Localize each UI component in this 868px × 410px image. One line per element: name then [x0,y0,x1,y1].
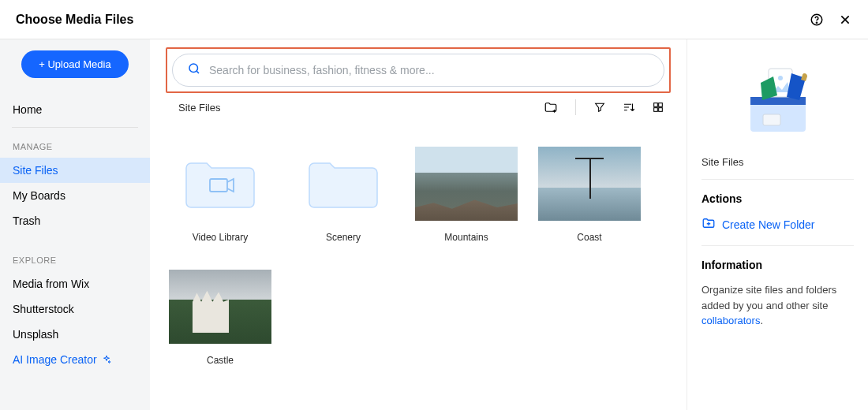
new-folder-icon[interactable] [544,100,558,114]
grid-item-image-mountains[interactable]: Mountains [415,147,518,243]
search-bar[interactable] [172,54,664,87]
sort-icon[interactable] [622,100,636,114]
image-thumbnail [169,270,271,344]
svg-point-1 [816,22,817,23]
grid-item-label: Mountains [444,232,488,243]
dialog-title: Choose Media Files [16,13,810,27]
close-icon[interactable] [838,13,852,27]
panel-title: Site Files [702,156,854,168]
grid-item-image-coast[interactable]: Coast [538,147,641,243]
panel-divider [702,179,854,180]
panel-illustration [702,55,854,142]
svg-rect-3 [654,103,658,107]
filter-icon[interactable] [593,101,606,114]
main-content: Site Files [150,39,687,410]
sidebar-group-explore: EXPLORE [0,255,150,271]
sidebar-item-unsplash[interactable]: Unsplash [0,322,150,347]
sidebar-item-media-from-wix[interactable]: Media from Wix [0,271,150,296]
information-text: Organize site files and folders added by… [702,282,854,329]
sidebar-item-label: AI Image Creator [13,353,97,366]
info-text-part: Organize site files and folders added by… [702,284,836,311]
actions-heading: Actions [702,192,854,205]
layout: + Upload Media Home MANAGE Site Files My… [0,39,868,410]
sidebar-item-home[interactable]: Home [0,97,150,122]
upload-media-button[interactable]: + Upload Media [21,50,128,78]
svg-rect-4 [659,103,663,107]
grid-item-label: Scenery [326,232,361,243]
svg-point-2 [189,64,198,73]
sidebar: + Upload Media Home MANAGE Site Files My… [0,39,150,410]
sidebar-divider [12,127,138,128]
folder-thumbnail [292,147,395,221]
create-new-folder-link[interactable]: Create New Folder [702,216,854,233]
image-thumbnail [538,147,641,221]
panel-divider [702,245,854,246]
grid-item-folder-scenery[interactable]: Scenery [292,147,395,243]
svg-rect-10 [763,114,780,125]
svg-point-12 [778,76,783,80]
toolbar-icons [544,99,664,115]
grid-view-icon[interactable] [652,101,664,114]
svg-rect-6 [659,108,663,112]
information-heading: Information [702,259,854,271]
grid-item-label: Coast [577,232,601,243]
folder-plus-icon [702,216,716,233]
sidebar-item-shutterstock[interactable]: Shutterstock [0,296,150,322]
sidebar-item-ai-image-creator[interactable]: AI Image Creator [0,347,150,372]
sidebar-item-trash[interactable]: Trash [0,208,150,233]
grid-item-image-castle[interactable]: Castle [169,270,271,366]
action-label: Create New Folder [722,218,815,231]
collaborators-link[interactable]: collaborators [702,315,760,326]
folder-thumbnail [169,147,271,221]
search-input[interactable] [209,64,649,76]
toolbar: Site Files [166,99,671,126]
help-icon[interactable] [810,13,824,27]
search-icon [187,62,201,79]
header-actions [810,13,852,27]
folder-icon [185,157,256,211]
grid-item-label: Video Library [193,232,249,243]
grid-item-label: Castle [207,355,234,366]
sidebar-item-site-files[interactable]: Site Files [0,158,150,183]
breadcrumb: Site Files [178,102,544,114]
sidebar-item-my-boards[interactable]: My Boards [0,183,150,208]
image-thumbnail [415,147,518,221]
info-text-part: . [760,315,763,326]
media-grid: Video Library Scenery Mountains Coast [166,126,671,366]
details-panel: Site Files Actions Create New Folder Inf… [687,39,868,410]
sparkle-icon [102,355,111,364]
folder-icon [308,157,379,211]
toolbar-separator [575,99,576,115]
search-highlight [166,47,671,93]
grid-item-folder-video-library[interactable]: Video Library [169,147,271,243]
svg-rect-5 [654,108,658,112]
dialog-header: Choose Media Files [0,0,868,39]
sidebar-group-manage: MANAGE [0,142,150,158]
